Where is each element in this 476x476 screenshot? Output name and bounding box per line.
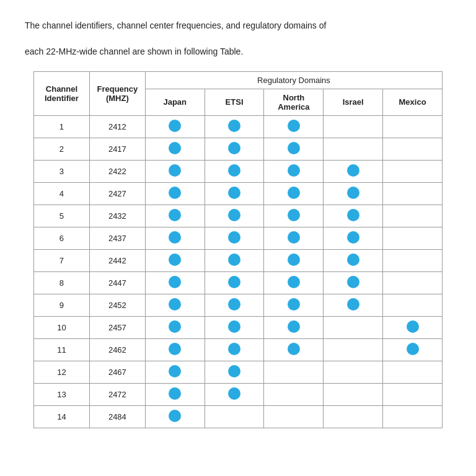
filled-dot	[169, 120, 181, 132]
filled-dot	[347, 276, 359, 288]
dot-mexico	[383, 160, 443, 182]
empty-dot	[288, 410, 300, 422]
dot-etsi	[205, 138, 264, 160]
filled-dot	[288, 343, 300, 355]
empty-dot	[288, 365, 300, 377]
header-mexico: Mexico	[383, 89, 443, 115]
dot-etsi	[205, 182, 264, 205]
table-row: 9 2452	[34, 294, 443, 316]
dot-etsi	[205, 227, 264, 249]
filled-dot	[228, 343, 240, 355]
filled-dot	[169, 276, 181, 288]
filled-dot	[288, 164, 300, 177]
dot-japan	[145, 182, 205, 205]
dot-japan	[145, 138, 205, 160]
header-regulatory-domains: Regulatory Domains	[145, 71, 442, 89]
header-etsi: ETSI	[205, 89, 264, 115]
filled-dot	[228, 387, 240, 400]
filled-dot	[169, 209, 181, 221]
dot-mexico	[383, 205, 443, 227]
filled-dot	[288, 187, 300, 199]
dot-israel	[324, 405, 383, 428]
empty-dot	[407, 253, 419, 266]
dot-mexico	[383, 138, 443, 160]
channel-id: 8	[34, 271, 90, 294]
channel-id: 4	[34, 182, 90, 205]
freq-val: 2437	[89, 227, 145, 249]
dot-mexico	[383, 383, 443, 405]
dot-north_america	[264, 249, 324, 271]
dot-mexico	[383, 361, 443, 383]
table-wrapper: Channel Identifier Frequency (MHZ) Regul…	[25, 71, 451, 428]
channel-id: 12	[34, 361, 90, 383]
dot-japan	[145, 227, 205, 249]
dot-israel	[324, 182, 383, 205]
filled-dot	[169, 320, 181, 333]
filled-dot	[169, 343, 181, 355]
empty-dot	[347, 120, 359, 132]
filled-dot	[169, 365, 181, 377]
filled-dot	[288, 142, 300, 154]
channel-id: 2	[34, 138, 90, 160]
table-row: 13 2472	[34, 383, 443, 405]
table-row: 10 2457	[34, 316, 443, 338]
dot-japan	[145, 271, 205, 294]
dot-etsi	[205, 361, 264, 383]
dot-israel	[324, 249, 383, 271]
dot-north_america	[264, 316, 324, 338]
empty-dot	[407, 410, 419, 422]
freq-val: 2484	[89, 405, 145, 428]
dot-mexico	[383, 249, 443, 271]
filled-dot	[169, 187, 181, 199]
channel-id: 11	[34, 338, 90, 361]
dot-north_america	[264, 160, 324, 182]
filled-dot	[228, 320, 240, 333]
empty-dot	[407, 164, 419, 177]
table-row: 14 2484	[34, 405, 443, 428]
channel-id: 1	[34, 115, 90, 138]
dot-north_america	[264, 294, 324, 316]
filled-dot	[169, 387, 181, 400]
dot-mexico	[383, 338, 443, 361]
filled-dot	[228, 365, 240, 377]
dot-north_america	[264, 115, 324, 138]
channel-id: 6	[34, 227, 90, 249]
empty-dot	[407, 365, 419, 377]
empty-dot	[347, 320, 359, 333]
empty-dot	[347, 365, 359, 377]
empty-dot	[347, 142, 359, 154]
dot-israel	[324, 383, 383, 405]
filled-dot	[228, 298, 240, 311]
filled-dot	[169, 164, 181, 177]
channel-table: Channel Identifier Frequency (MHZ) Regul…	[33, 71, 443, 428]
empty-dot	[228, 410, 240, 422]
empty-dot	[407, 298, 419, 311]
table-row: 12 2467	[34, 361, 443, 383]
filled-dot	[169, 253, 181, 266]
filled-dot	[228, 231, 240, 244]
dot-north_america	[264, 361, 324, 383]
empty-dot	[347, 410, 359, 422]
table-row: 5 2432	[34, 205, 443, 227]
filled-dot	[347, 187, 359, 199]
freq-val: 2442	[89, 249, 145, 271]
dot-mexico	[383, 227, 443, 249]
freq-val: 2452	[89, 294, 145, 316]
dot-japan	[145, 338, 205, 361]
table-row: 4 2427	[34, 182, 443, 205]
filled-dot	[288, 276, 300, 288]
filled-dot	[228, 164, 240, 177]
filled-dot	[288, 320, 300, 333]
empty-dot	[347, 343, 359, 355]
table-row: 2 2417	[34, 138, 443, 160]
dot-etsi	[205, 271, 264, 294]
dot-north_america	[264, 182, 324, 205]
empty-dot	[407, 120, 419, 132]
channel-id: 3	[34, 160, 90, 182]
dot-japan	[145, 115, 205, 138]
freq-val: 2462	[89, 338, 145, 361]
freq-val: 2467	[89, 361, 145, 383]
dot-israel	[324, 205, 383, 227]
dot-north_america	[264, 138, 324, 160]
dot-north_america	[264, 383, 324, 405]
